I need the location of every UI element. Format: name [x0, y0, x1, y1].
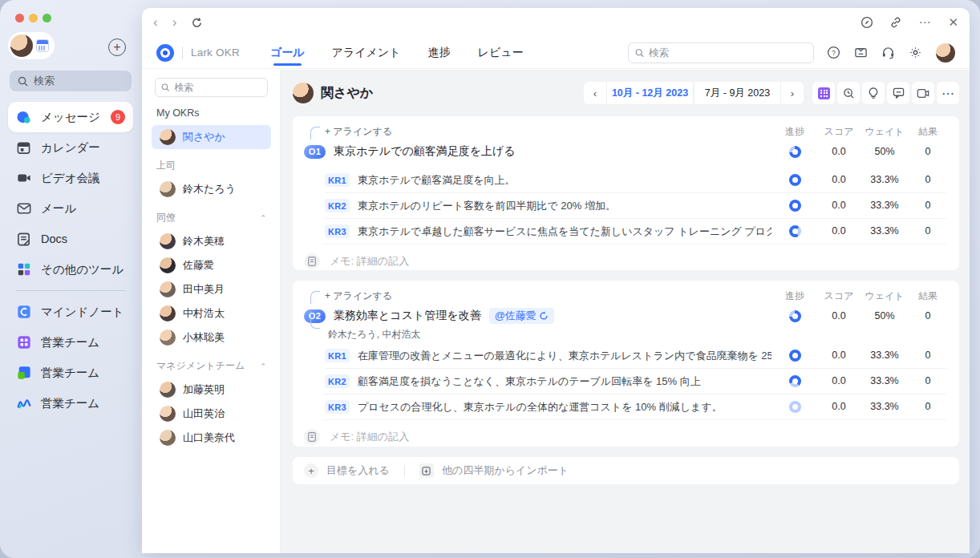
forward-button[interactable]: ›: [172, 14, 177, 30]
kr-row[interactable]: KR1 在庫管理の改善とメニューの最適化により、東京ホテルレストラン内で食品廃棄…: [325, 343, 946, 369]
headset-icon[interactable]: [881, 46, 895, 59]
kr-row[interactable]: KR3 プロセスの合理化し、東京ホテルの全体的な運営コストを 10% 削減します…: [325, 394, 946, 420]
apps-button[interactable]: [812, 82, 835, 104]
align-link[interactable]: + アラインする: [325, 289, 392, 303]
okr-people-search[interactable]: [155, 78, 268, 97]
profile-pill[interactable]: [8, 32, 55, 59]
objective-score: 0.0: [818, 146, 860, 157]
prev-quarter-button[interactable]: ‹: [584, 82, 606, 104]
quarter-tab-previous[interactable]: 7月 - 9月 2023: [694, 82, 781, 104]
close-window-button[interactable]: [15, 14, 24, 22]
close-tab-button[interactable]: ✕: [948, 15, 958, 30]
contributors[interactable]: 鈴木たろう, 中村浩太: [328, 327, 946, 342]
memo-field[interactable]: メモ: 詳細の記入: [304, 245, 946, 278]
kr-result: 0: [909, 225, 946, 237]
import-icon[interactable]: [419, 463, 434, 478]
avatar: [160, 233, 176, 249]
sidebar-item-more-tools[interactable]: その他のツール: [8, 254, 133, 285]
sidebar-item-sales-team-2[interactable]: 営業チーム: [8, 358, 133, 388]
sidebar-divider: [16, 290, 125, 291]
video-record-button[interactable]: [912, 82, 934, 104]
comments-button[interactable]: [887, 82, 909, 104]
person-item[interactable]: 鈴木たろう: [155, 177, 268, 201]
person-item-me[interactable]: 関さやか: [152, 125, 271, 149]
person-item[interactable]: 山口美奈代: [155, 426, 268, 450]
collapse-chevron-icon[interactable]: ⌃: [260, 214, 266, 222]
sidebar-item-calendar[interactable]: カレンダー: [8, 132, 133, 163]
collapse-chevron-icon[interactable]: ⌃: [260, 362, 266, 370]
person-name: 田中美月: [183, 282, 225, 297]
person-item[interactable]: 佐藤愛: [155, 253, 268, 277]
kr-score: 0.0: [818, 225, 860, 237]
person-item[interactable]: 加藤英明: [155, 378, 268, 402]
more-options-button[interactable]: ⋯: [918, 15, 932, 30]
objective-progress[interactable]: [771, 145, 818, 157]
objective-card-2: + アラインする 進捗 スコア ウェイト 結果 O2 業務効率とコスト管理を改善…: [293, 281, 959, 447]
kr-row[interactable]: KR2 東京ホテルのリピート客数を前四半期比で 20% 増加。 0.0 33.3…: [325, 193, 946, 219]
align-link[interactable]: + アラインする: [325, 125, 392, 139]
zoom-window-button[interactable]: [43, 14, 51, 22]
kr-row[interactable]: KR3 東京ホテルで卓越した顧客サービスに焦点を当てた新しいスタッフ トレーニン…: [325, 219, 946, 245]
mention-chip[interactable]: @佐藤愛: [489, 308, 554, 324]
kr-score: 0.0: [818, 350, 860, 361]
next-quarter-button[interactable]: ›: [781, 82, 804, 104]
person-item[interactable]: 田中美月: [155, 277, 268, 301]
add-objective-icon[interactable]: +: [304, 463, 318, 478]
add-button[interactable]: +: [108, 38, 126, 56]
history-search-button[interactable]: [837, 82, 860, 104]
minimize-window-button[interactable]: [29, 14, 38, 22]
app-search[interactable]: [628, 42, 814, 63]
back-button[interactable]: ‹: [153, 14, 158, 30]
kr-progress[interactable]: [771, 375, 818, 387]
user-avatar[interactable]: [10, 34, 33, 57]
compass-icon[interactable]: [861, 16, 873, 29]
app-search-input[interactable]: [649, 47, 807, 59]
more-actions-button[interactable]: ⋯: [937, 82, 959, 104]
tips-button[interactable]: [862, 82, 885, 104]
kr-row[interactable]: KR2 顧客満足度を損なうことなく、東京ホテルのテーブル回転率を 15% 向上 …: [325, 369, 946, 394]
kr-weight: 33.3%: [860, 174, 909, 185]
global-search[interactable]: 検索: [10, 71, 132, 91]
settings-gear-icon[interactable]: [909, 46, 922, 59]
quarter-tab-current[interactable]: 10月 - 12月 2023: [606, 82, 694, 104]
import-from-quarter-button[interactable]: 他の四半期からインポート: [442, 463, 569, 478]
help-icon[interactable]: ?: [827, 46, 840, 59]
kr-text: 東京ホテルで卓越した顧客サービスに焦点を当てた新しいスタッフ トレーニング プロ…: [358, 224, 771, 239]
kr-progress[interactable]: [771, 174, 818, 186]
objective-title[interactable]: 東京ホテルでの顧客満足度を上げる: [334, 144, 516, 159]
kr-weight: 33.3%: [860, 375, 909, 386]
person-item[interactable]: 中村浩太: [155, 301, 268, 326]
person-item[interactable]: 鈴木美穂: [155, 229, 268, 253]
sidebar-item-sales-team-3[interactable]: 営業チーム: [8, 388, 133, 418]
memo-placeholder: メモ: 詳細の記入: [330, 254, 409, 269]
add-objective-button[interactable]: 目標を入れる: [326, 463, 390, 478]
objective-title[interactable]: 業務効率とコスト管理を改善: [334, 309, 481, 323]
tab-goals[interactable]: ゴール: [270, 37, 305, 69]
section-label-colleagues: 同僚⌃: [156, 211, 266, 224]
refresh-button[interactable]: [191, 17, 203, 29]
sidebar-item-video-meeting[interactable]: ビデオ会議: [8, 163, 133, 193]
sidebar-item-messages[interactable]: メッセージ 9: [8, 102, 133, 132]
objective-progress[interactable]: [771, 309, 818, 321]
sidebar-item-sales-team-1[interactable]: 営業チーム: [8, 327, 133, 358]
tab-alignment[interactable]: アライメント: [332, 37, 401, 69]
okr-people-search-input[interactable]: [174, 82, 261, 93]
kr-row[interactable]: KR1 東京ホテルで顧客満足度を向上。 0.0 33.3% 0: [325, 168, 946, 193]
kr-weight: 33.3%: [860, 350, 909, 361]
person-item[interactable]: 山田英治: [155, 402, 268, 426]
sidebar-item-docs[interactable]: Docs: [8, 224, 133, 254]
kr-progress[interactable]: [771, 200, 818, 212]
sidebar-item-mail[interactable]: メール: [8, 193, 133, 224]
profile-avatar[interactable]: [936, 43, 955, 63]
sales-team-purple-icon: [16, 335, 31, 350]
tab-progress[interactable]: 進捗: [428, 37, 451, 69]
memo-field[interactable]: メモ: 詳細の記入: [304, 420, 946, 454]
kr-progress[interactable]: [771, 225, 818, 237]
tab-review[interactable]: レビュー: [478, 37, 524, 69]
kr-progress[interactable]: [771, 401, 818, 413]
kr-progress[interactable]: [771, 350, 818, 362]
person-item[interactable]: 小林聡美: [155, 326, 268, 350]
sidebar-item-mindnotes[interactable]: マインドノート: [8, 297, 133, 327]
announcement-icon[interactable]: [854, 46, 868, 59]
link-icon[interactable]: [889, 16, 902, 29]
